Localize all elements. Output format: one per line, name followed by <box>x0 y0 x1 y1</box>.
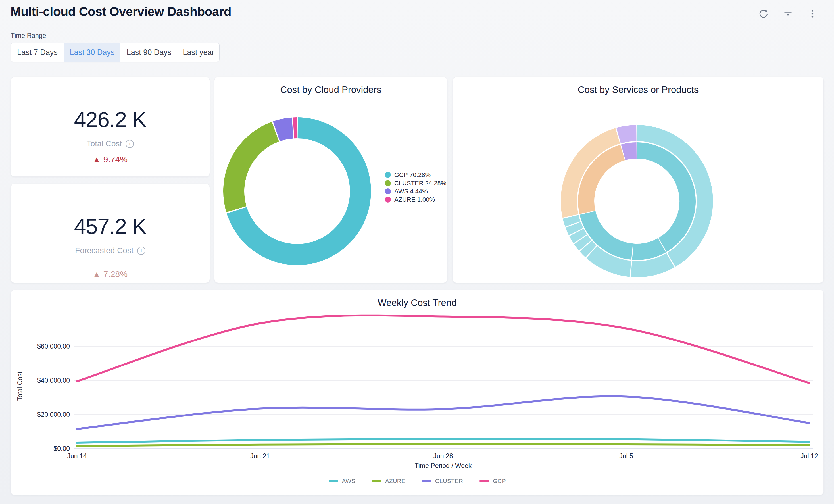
legend-label: AWS 4.44% <box>394 188 428 195</box>
legend-dot <box>385 197 391 202</box>
services-sunburst-chart[interactable] <box>453 77 824 283</box>
page-title: Multi-cloud Cost Overview Dashboard <box>10 4 231 19</box>
svg-text:$40,000.00: $40,000.00 <box>37 377 70 384</box>
forecasted-cost-delta: ▲ 7.28% <box>93 269 128 279</box>
total-cost-delta: ▲ 9.74% <box>93 154 128 165</box>
weekly-cost-trend-card: Weekly Cost Trend $0.00$20,000.00$40,000… <box>10 290 824 495</box>
info-icon[interactable]: i <box>126 140 134 148</box>
delta-up-icon: ▲ <box>93 269 101 279</box>
time-range-button-last-7-days[interactable]: Last 7 Days <box>11 43 64 62</box>
weekly-cost-trend-chart[interactable]: $0.00$20,000.00$40,000.00$60,000.00Jun 1… <box>11 290 824 495</box>
svg-text:$20,000.00: $20,000.00 <box>37 411 70 418</box>
legend-dot <box>385 172 391 178</box>
legend-dot <box>385 180 391 186</box>
svg-text:Time Period / Week: Time Period / Week <box>415 462 472 469</box>
legend-label: AZURE <box>385 478 405 484</box>
legend-item-cluster[interactable]: CLUSTER 24.28% <box>385 179 447 187</box>
svg-text:Jun 28: Jun 28 <box>433 452 453 460</box>
forecasted-cost-label: Forecasted Cost i <box>75 246 145 256</box>
legend-label: GCP 70.28% <box>394 171 431 179</box>
legend-dash <box>422 480 432 482</box>
delta-value: 7.28% <box>103 269 128 279</box>
cost-by-cloud-providers-card: Cost by Cloud Providers GCP 70.28%CLUSTE… <box>214 77 447 283</box>
trend-legend: AWSAZURECLUSTERGCP <box>11 478 824 484</box>
legend-label: AWS <box>342 478 355 484</box>
trend-legend-item-cluster[interactable]: CLUSTER <box>422 478 463 484</box>
total-cost-label: Total Cost i <box>87 139 134 149</box>
legend-item-aws[interactable]: AWS 4.44% <box>385 188 447 195</box>
trend-legend-item-gcp[interactable]: GCP <box>480 478 506 484</box>
refresh-icon[interactable] <box>758 8 769 19</box>
legend-item-gcp[interactable]: GCP 70.28% <box>385 171 447 179</box>
time-range-button-last-30-days[interactable]: Last 30 Days <box>64 43 120 62</box>
legend-label: CLUSTER 24.28% <box>394 179 446 187</box>
svg-text:$60,000.00: $60,000.00 <box>37 343 70 350</box>
forecasted-cost-value: 457.2 K <box>74 212 147 241</box>
total-cost-value: 426.2 K <box>74 105 147 134</box>
svg-text:Jun 14: Jun 14 <box>67 452 87 460</box>
time-range-button-last-year[interactable]: Last year <box>178 43 219 62</box>
total-cost-card: 426.2 K Total Cost i ▲ 9.74% <box>10 77 210 177</box>
svg-text:Jul 5: Jul 5 <box>619 452 633 460</box>
total-cost-label-text: Total Cost <box>87 139 122 149</box>
legend-item-azure[interactable]: AZURE 1.00% <box>385 196 447 204</box>
legend-dash <box>480 480 489 482</box>
cloud-providers-legend: GCP 70.28%CLUSTER 24.28%AWS 4.44%AZURE 1… <box>385 171 447 204</box>
legend-dash <box>329 480 338 482</box>
dashboard-root: Multi-cloud Cost Overview Dashboard Time… <box>0 0 834 504</box>
svg-text:Jun 21: Jun 21 <box>250 452 270 460</box>
trend-legend-item-azure[interactable]: AZURE <box>372 478 405 484</box>
cost-by-services-card: Cost by Services or Products <box>453 77 824 283</box>
delta-up-icon: ▲ <box>93 154 101 165</box>
legend-dot <box>385 188 391 194</box>
legend-label: AZURE 1.00% <box>394 196 435 204</box>
info-icon[interactable]: i <box>137 247 146 255</box>
delta-value: 9.74% <box>103 154 128 165</box>
header-actions <box>758 8 818 19</box>
svg-text:$0.00: $0.00 <box>53 445 70 452</box>
time-range-button-group: Last 7 Days Last 30 Days Last 90 Days La… <box>10 43 220 62</box>
legend-label: GCP <box>493 478 506 484</box>
forecasted-cost-label-text: Forecasted Cost <box>75 246 133 256</box>
trend-legend-item-aws[interactable]: AWS <box>329 478 355 484</box>
legend-label: CLUSTER <box>435 478 463 484</box>
time-range-button-last-90-days[interactable]: Last 90 Days <box>120 43 178 62</box>
forecasted-cost-card: 457.2 K Forecasted Cost i ▲ 7.28% <box>10 183 210 283</box>
svg-text:Total Cost: Total Cost <box>16 371 24 400</box>
time-range-label: Time Range <box>11 32 46 40</box>
legend-dash <box>372 480 381 482</box>
filter-icon[interactable] <box>782 8 794 19</box>
svg-text:Jul 12: Jul 12 <box>800 452 818 460</box>
more-options-icon[interactable] <box>807 8 818 19</box>
